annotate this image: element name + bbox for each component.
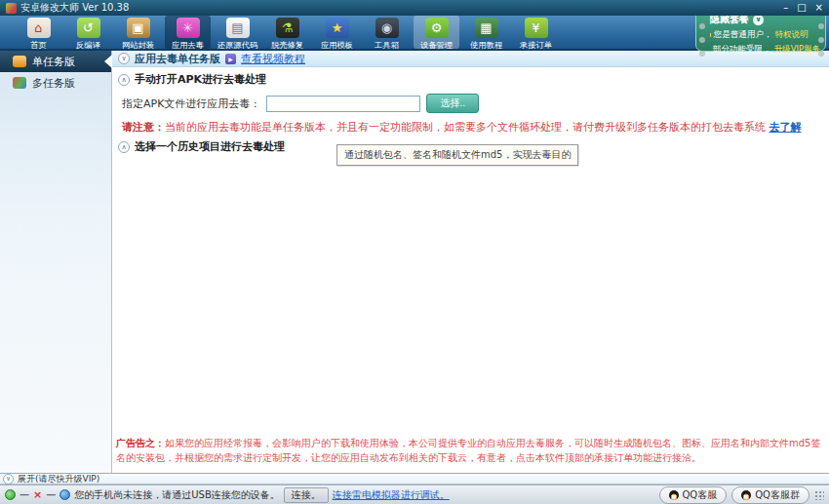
app-icon	[6, 3, 17, 14]
chevron-up-icon[interactable]: ∧	[118, 141, 130, 153]
notice-text: 请注意：当前的应用去毒功能是单任务版本，并且有一定功能限制，如需要多个文件循环处…	[112, 115, 829, 135]
main-content: ∨ 应用去毒单任务版 ▶ 查看视频教程 ∧ 手动打开APK进行去毒处理 指定AP…	[112, 51, 829, 473]
emulator-debug-link[interactable]: 连接雷电模拟器进行调试。	[333, 488, 450, 502]
expand-bar[interactable]: ∨ 展开(请尽快升级VIP)	[0, 473, 829, 485]
toolbar-item-label: 脱壳修复	[266, 40, 308, 52]
order-icon: ¥	[525, 18, 548, 38]
decompile-icon: ↺	[77, 18, 100, 38]
upgrade-vip-link[interactable]: 升级VIP服务	[774, 43, 821, 55]
decor-dots	[699, 23, 705, 29]
device-manager-icon: ⚙	[425, 18, 449, 38]
section-title: 手动打开APK进行去毒处理	[135, 72, 266, 87]
toolbar-item-app-template[interactable]: ★ 应用模板	[314, 16, 360, 49]
video-icon: ▶	[225, 54, 236, 64]
package-icon: ▣	[127, 18, 150, 38]
vip-line1-text: 您是普通用户，	[714, 28, 772, 40]
learn-more-link[interactable]: 去了解	[770, 121, 802, 134]
qq-penguin-icon	[741, 490, 751, 500]
expand-bar-label: 展开(请尽快升级VIP)	[18, 473, 99, 485]
section-header-manual-apk: ∧ 手动打开APK进行去毒处理	[112, 67, 829, 90]
sidebar-item-label: 多任务版	[32, 76, 75, 91]
multi-task-icon	[13, 77, 26, 89]
toolbar-item-app-detox[interactable]: ✳ 应用去毒	[165, 16, 211, 49]
connect-button[interactable]: 连接。	[284, 487, 329, 503]
window-title: 安卓修改大师 Ver 10.38	[20, 1, 129, 15]
toolbar-item-label: 反编译	[67, 40, 109, 52]
sidebar: 单任务版 多任务版	[0, 51, 112, 473]
notice-prefix: 请注意：	[122, 121, 165, 134]
toolbar-item-device-manager[interactable]: ⚙ 设备管理	[414, 16, 459, 49]
qq-service-button[interactable]: QQ客服	[659, 486, 728, 504]
toolbar-item-label: 应用去毒	[167, 40, 209, 52]
toolbar-item-label: 首页	[18, 40, 59, 52]
toolbar-item-restore-source[interactable]: ▤ 还原源代码	[215, 16, 260, 49]
app-window: 安卓修改大师 Ver 10.38 – □ × ⌂ 首页 ↺ 反编译 ▣ 网站封装…	[0, 0, 829, 504]
star-icon: ★	[326, 18, 349, 38]
apk-input-label: 指定APK文件进行应用去毒：	[122, 97, 260, 111]
sidebar-item-single-task[interactable]: 单任务版	[0, 51, 111, 72]
minimize-button[interactable]: –	[783, 3, 788, 13]
toolbar-item-label: 还原源代码	[217, 40, 258, 52]
section-title: 应用去毒单任务版	[135, 52, 220, 66]
bullet-icon	[710, 33, 711, 37]
toolbox-icon: ◉	[375, 18, 399, 38]
vip-line2-text: 部分功能受限，	[713, 43, 771, 55]
virus-icon: ✳	[177, 18, 200, 38]
connection-dash: —	[20, 489, 29, 500]
advertisement-text: 广告告之：如果您的应用经常报毒，会影响用户的下载和使用体验，本公司提供专业的自动…	[116, 436, 821, 465]
phone-connection-icon	[59, 489, 70, 500]
section-title: 选择一个历史项目进行去毒处理	[135, 139, 285, 154]
flask-icon: ⚗	[276, 18, 299, 38]
toolbar-item-label: 使用教程	[465, 40, 507, 52]
home-icon: ⌂	[27, 18, 51, 38]
ad-prefix: 广告告之：	[116, 438, 165, 448]
sidebar-item-label: 单任务版	[32, 55, 75, 69]
toolbar-item-decompile[interactable]: ↺ 反编译	[65, 16, 111, 49]
chevron-down-icon[interactable]: ∨	[118, 53, 130, 64]
pc-connection-icon	[5, 489, 16, 500]
qq-penguin-icon	[669, 490, 679, 500]
chevron-down-icon[interactable]: ∨	[3, 474, 14, 485]
toolbar-item-label: 工具箱	[366, 40, 408, 52]
detox-tooltip: 通过随机包名、签名和随机文件md5，实现去毒目的	[336, 144, 578, 166]
toolbar-item-unpack-repair[interactable]: ⚗ 脱壳修复	[264, 16, 310, 49]
sidebar-item-multi-task[interactable]: 多任务版	[0, 72, 111, 94]
qq-group-button[interactable]: QQ客服群	[731, 486, 809, 504]
notice-body: 当前的应用去毒功能是单任务版本，并且有一定功能限制，如需要多个文件循环处理，请付…	[165, 121, 766, 134]
toolbar-item-label: 应用模板	[316, 40, 358, 52]
video-tutorial-link[interactable]: 查看视频教程	[241, 52, 305, 66]
ad-body: 如果您的应用经常报毒，会影响用户的下载和使用体验，本公司提供专业的自动应用去毒服…	[116, 438, 820, 463]
status-bar: — × — 您的手机尚未连接，请通过USB连接您的设备。 连接。 连接雷电模拟器…	[0, 485, 829, 504]
disconnected-x-icon: ×	[33, 488, 42, 501]
apk-file-input[interactable]	[266, 96, 420, 112]
maximize-button[interactable]: □	[797, 3, 806, 13]
chevron-up-icon[interactable]: ∧	[118, 74, 130, 86]
resize-grip[interactable]	[814, 490, 824, 500]
status-message: 您的手机尚未连接，请通过USB连接您的设备。	[74, 488, 280, 502]
select-file-button[interactable]: 选择..	[426, 94, 479, 113]
tutorial-icon: ▦	[475, 18, 498, 38]
toolbar-item-label: 设备管理	[415, 40, 457, 52]
titlebar: 安卓修改大师 Ver 10.38 – □ ×	[0, 0, 829, 16]
connection-dash: —	[46, 489, 56, 500]
single-task-icon	[13, 56, 26, 67]
chevron-down-icon[interactable]: ∨	[753, 15, 764, 25]
toolbar-item-toolbox[interactable]: ◉ 工具箱	[364, 16, 410, 49]
apk-select-row: 指定APK文件进行应用去毒： 选择..	[112, 90, 829, 115]
toolbar-item-orders[interactable]: ¥ 承接订单	[513, 16, 559, 49]
privilege-link[interactable]: 特权说明	[775, 28, 809, 40]
toolbar-item-tutorial[interactable]: ▦ 使用教程	[463, 16, 509, 49]
qq-service-label: QQ客服	[683, 488, 718, 502]
toolbar-item-home[interactable]: ⌂ 首页	[16, 16, 61, 49]
toolbar-item-label: 承接订单	[515, 40, 557, 52]
document-icon: ▤	[226, 18, 250, 38]
toolbar-item-label: 网站封装	[117, 40, 159, 52]
qq-group-label: QQ客服群	[755, 488, 800, 502]
toolbar-item-web-package[interactable]: ▣ 网站封装	[115, 16, 161, 49]
close-button[interactable]: ×	[815, 3, 823, 13]
